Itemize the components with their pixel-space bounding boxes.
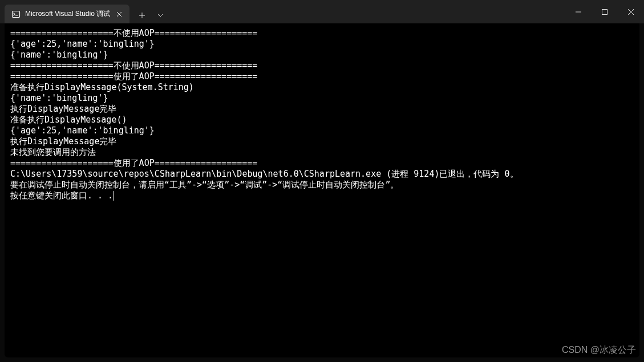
- console-line: 准备执行DisplayMessage(System.String): [10, 82, 634, 93]
- tab-area: Microsoft Visual Studio 调试: [0, 0, 565, 23]
- maximize-button[interactable]: [592, 0, 618, 23]
- titlebar: Microsoft Visual Studio 调试: [0, 0, 644, 23]
- svg-rect-7: [602, 9, 607, 14]
- tab-title: Microsoft Visual Studio 调试: [25, 9, 110, 19]
- console-line: 执行DisplayMessage完毕: [10, 136, 634, 147]
- console-line: ====================不使用AOP==============…: [10, 60, 634, 71]
- close-button[interactable]: [618, 0, 644, 23]
- console-line: C:\Users\17359\source\repos\CSharpLearn\…: [10, 169, 634, 180]
- tab-dropdown-button[interactable]: [152, 7, 168, 23]
- cursor: [114, 191, 114, 201]
- window-controls: [565, 0, 644, 23]
- console-line: {'age':25,'name':'bingling'}: [10, 125, 634, 136]
- tab-actions: [129, 7, 168, 23]
- terminal-icon: [11, 10, 21, 19]
- console-line: 按任意键关闭此窗口. . .: [10, 190, 634, 201]
- console-line: 执行DisplayMessage完毕: [10, 104, 634, 115]
- minimize-button[interactable]: [565, 0, 592, 23]
- console-line: {'age':25,'name':'bingling'}: [10, 39, 634, 50]
- console-line: ====================不使用AOP==============…: [10, 28, 634, 39]
- console-line: 未找到您要调用的方法: [10, 147, 634, 158]
- console-line: {'name':'bingling'}: [10, 93, 634, 104]
- console-line: {'name':'bingling'}: [10, 50, 634, 60]
- console-line: 要在调试停止时自动关闭控制台，请启用“工具”->“选项”->“调试”->“调试停…: [10, 180, 634, 190]
- terminal-tab[interactable]: Microsoft Visual Studio 调试: [5, 5, 129, 23]
- console-line: ====================使用了AOP==============…: [10, 158, 634, 169]
- svg-rect-0: [13, 11, 20, 17]
- tab-close-button[interactable]: [115, 10, 124, 19]
- console-line: 准备执行DisplayMessage(): [10, 115, 634, 125]
- console-line: ====================使用了AOP==============…: [10, 71, 634, 82]
- terminal-output[interactable]: ====================不使用AOP==============…: [5, 23, 639, 357]
- new-tab-button[interactable]: [134, 7, 150, 23]
